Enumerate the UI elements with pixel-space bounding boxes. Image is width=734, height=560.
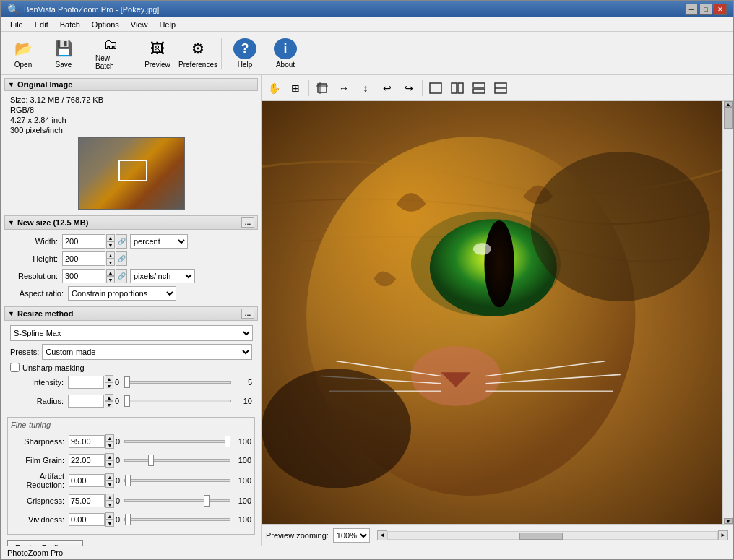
select-tool-button[interactable]: ⊞ xyxy=(285,79,306,98)
artifact-down-btn[interactable]: ▼ xyxy=(105,481,114,488)
help-button[interactable]: ? Help xyxy=(226,35,264,72)
height-up-btn[interactable]: ▲ xyxy=(106,251,115,259)
film-grain-down-btn[interactable]: ▼ xyxy=(105,460,114,468)
vividness-up-btn[interactable]: ▲ xyxy=(105,512,114,520)
new-batch-button[interactable]: 🗂 New Batch xyxy=(92,35,129,72)
crispness-min: 0 xyxy=(116,496,120,505)
intensity-thumb[interactable] xyxy=(124,376,130,388)
about-button[interactable]: i About xyxy=(267,35,304,72)
pan-tool-button[interactable]: ✋ xyxy=(264,79,284,98)
artifact-thumb[interactable] xyxy=(125,475,131,486)
resolution-down-btn[interactable]: ▼ xyxy=(106,276,115,283)
resolution-input[interactable] xyxy=(62,269,105,283)
menu-view[interactable]: View xyxy=(125,19,154,30)
radius-input[interactable] xyxy=(68,395,104,408)
unit-select[interactable]: percent pixels inches cm xyxy=(130,234,188,249)
open-button[interactable]: 📂 Open xyxy=(4,35,42,72)
radius-up-btn[interactable]: ▲ xyxy=(105,394,113,401)
height-down-btn[interactable]: ▼ xyxy=(106,259,115,266)
crispness-track[interactable] xyxy=(124,499,230,502)
preview-area[interactable]: ▲ ▼ xyxy=(262,101,733,524)
intensity-track[interactable] xyxy=(124,381,231,384)
split-vertical-button[interactable] xyxy=(447,79,467,98)
menu-file[interactable]: File xyxy=(4,19,29,30)
sharpness-down-btn[interactable]: ▼ xyxy=(105,441,114,449)
horizontal-scrollbar[interactable] xyxy=(387,531,718,540)
film-grain-thumb[interactable] xyxy=(148,455,154,466)
artifact-input[interactable] xyxy=(69,474,105,487)
resolution-info: 300 pixels/inch xyxy=(10,126,252,134)
menu-edit[interactable]: Edit xyxy=(29,19,54,30)
minimize-button[interactable]: ─ xyxy=(685,4,698,15)
new-size-more-btn[interactable]: … xyxy=(241,217,254,228)
resolution-up-btn[interactable]: ▲ xyxy=(106,269,115,276)
scroll-up-btn[interactable]: ▲ xyxy=(724,101,733,107)
collapse-newsize-icon[interactable]: ▼ xyxy=(8,219,14,226)
collapse-method-icon[interactable]: ▼ xyxy=(8,310,14,317)
crispness-input[interactable] xyxy=(69,494,105,507)
width-up-btn[interactable]: ▲ xyxy=(106,234,115,241)
artifact-track[interactable] xyxy=(124,479,230,482)
film-grain-track[interactable] xyxy=(124,459,230,462)
sharpness-track[interactable] xyxy=(124,440,230,443)
zoom-select[interactable]: 50% 75% 100% 150% 200% xyxy=(333,528,370,543)
save-button[interactable]: 💾 Save xyxy=(45,35,82,72)
preferences-button[interactable]: ⚙ Preferences xyxy=(179,35,217,72)
height-lock-btn[interactable]: 🔗 xyxy=(116,251,127,266)
radius-down-btn[interactable]: ▼ xyxy=(105,401,113,408)
maximize-button[interactable]: □ xyxy=(699,4,712,15)
crispness-down-btn[interactable]: ▼ xyxy=(105,501,114,508)
menu-options[interactable]: Options xyxy=(86,19,125,30)
scroll-right-btn[interactable]: ► xyxy=(718,530,728,540)
intensity-down-btn[interactable]: ▼ xyxy=(105,382,113,389)
vertical-scrollbar[interactable]: ▲ ▼ xyxy=(722,101,733,524)
aspect-select[interactable]: Constrain proportions Free Custom xyxy=(68,286,176,301)
intensity-up-btn[interactable]: ▲ xyxy=(105,375,113,382)
vividness-thumb[interactable] xyxy=(125,514,131,525)
resize-method-select[interactable]: S-Spline Max S-Spline Lanczos Bicubic Bi… xyxy=(10,325,253,341)
preview-button[interactable]: 🖼 Preview xyxy=(139,35,176,72)
width-lock-btn[interactable]: 🔗 xyxy=(116,234,127,249)
film-grain-up-btn[interactable]: ▲ xyxy=(105,453,114,460)
height-input[interactable] xyxy=(62,251,105,266)
rotate-left-button[interactable]: ↩ xyxy=(377,79,397,98)
resize-profiles-button[interactable]: Resize Profiles... xyxy=(7,540,83,546)
menu-help[interactable]: Help xyxy=(153,19,181,30)
single-view-button[interactable] xyxy=(426,79,446,98)
radius-thumb[interactable] xyxy=(124,395,130,407)
rotate-right-button[interactable]: ↪ xyxy=(399,79,419,98)
width-down-btn[interactable]: ▼ xyxy=(106,241,115,249)
close-button[interactable]: ✕ xyxy=(714,4,727,15)
fit-width-button[interactable]: ↔ xyxy=(334,79,354,98)
scroll-thumb-h[interactable] xyxy=(519,533,563,540)
fit-height-button[interactable]: ↕ xyxy=(355,79,376,98)
presets-select[interactable]: Custom-made Preset 1 Preset 2 xyxy=(42,344,252,360)
resolution-unit-select[interactable]: pixels/inch pixels/cm xyxy=(130,269,195,283)
resolution-lock-btn[interactable]: 🔗 xyxy=(116,269,127,283)
split-horizontal-button[interactable] xyxy=(469,79,489,98)
scroll-down-btn[interactable]: ▼ xyxy=(724,518,733,524)
save-icon: 💾 xyxy=(52,38,75,59)
sharpness-up-btn[interactable]: ▲ xyxy=(105,434,114,441)
vividness-down-btn[interactable]: ▼ xyxy=(105,520,114,527)
sharpness-thumb[interactable] xyxy=(225,436,230,447)
scroll-thumb-v[interactable] xyxy=(724,107,733,129)
intensity-input[interactable] xyxy=(68,376,104,389)
vividness-track[interactable] xyxy=(124,518,230,521)
crop-button[interactable] xyxy=(312,79,332,98)
crispness-thumb[interactable] xyxy=(204,495,210,507)
crispness-up-btn[interactable]: ▲ xyxy=(105,494,114,501)
scroll-left-btn[interactable]: ◄ xyxy=(377,530,387,540)
unsharp-checkbox[interactable] xyxy=(10,363,20,372)
radius-track[interactable] xyxy=(124,400,231,402)
vividness-input[interactable] xyxy=(69,513,105,526)
resize-method-more-btn[interactable]: … xyxy=(241,309,254,319)
collapse-original-icon[interactable]: ▼ xyxy=(8,81,14,88)
sharpness-input[interactable] xyxy=(69,435,105,448)
film-grain-input[interactable] xyxy=(69,454,105,467)
width-input[interactable] xyxy=(62,234,105,249)
menu-batch[interactable]: Batch xyxy=(54,19,86,30)
artifact-up-btn[interactable]: ▲ xyxy=(105,473,114,481)
quad-view-button[interactable] xyxy=(491,79,511,98)
film-grain-min: 0 xyxy=(116,456,120,465)
